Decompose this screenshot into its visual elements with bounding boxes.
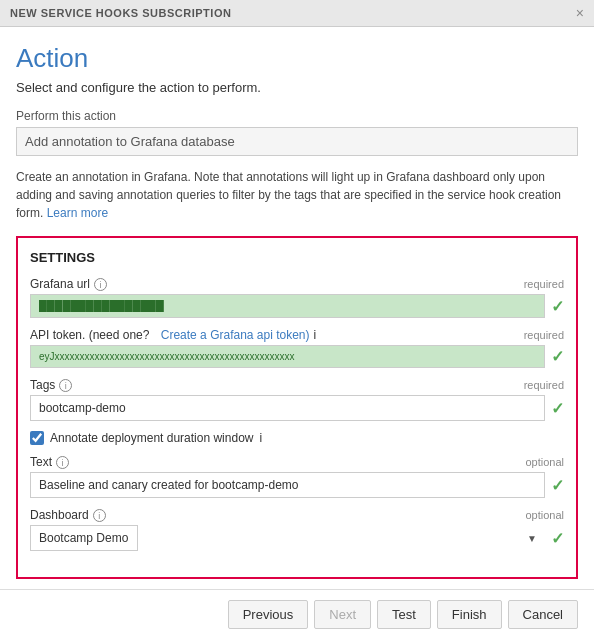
annotate-label: Annotate deployment duration window <box>50 431 253 445</box>
api-token-required: required <box>524 329 564 341</box>
dashboard-select-wrapper: Bootcamp Demo <box>30 525 545 551</box>
settings-title: SETTINGS <box>30 250 564 265</box>
grafana-url-label: Grafana url i <box>30 277 107 291</box>
grafana-url-info-icon[interactable]: i <box>94 278 107 291</box>
next-button[interactable]: Next <box>314 600 371 629</box>
annotate-checkbox[interactable] <box>30 431 44 445</box>
dialog: NEW SERVICE HOOKS SUBSCRIPTION × Action … <box>0 0 594 639</box>
text-info-icon[interactable]: i <box>56 456 69 469</box>
dashboard-check: ✓ <box>551 529 564 548</box>
annotate-info-icon[interactable]: i <box>259 431 262 445</box>
api-token-input[interactable] <box>30 345 545 368</box>
tags-label: Tags i <box>30 378 72 392</box>
tags-field: Tags i required ✓ <box>30 378 564 421</box>
text-field: Text i optional ✓ <box>30 455 564 498</box>
cancel-button[interactable]: Cancel <box>508 600 578 629</box>
page-title: Action <box>16 43 578 74</box>
description-text: Create an annotation in Grafana. Note th… <box>16 168 578 222</box>
api-token-field: API token. (need one? Create a Grafana a… <box>30 328 564 368</box>
text-optional: optional <box>525 456 564 468</box>
dashboard-select[interactable]: Bootcamp Demo <box>30 525 138 551</box>
text-input[interactable] <box>30 472 545 498</box>
tags-check: ✓ <box>551 399 564 418</box>
grafana-url-field: Grafana url i required ✓ <box>30 277 564 318</box>
text-check: ✓ <box>551 476 564 495</box>
grafana-url-input[interactable] <box>30 294 545 318</box>
create-api-token-link[interactable]: Create a Grafana api token) <box>161 328 310 342</box>
text-label: Text i <box>30 455 69 469</box>
test-button[interactable]: Test <box>377 600 431 629</box>
dashboard-label: Dashboard i <box>30 508 106 522</box>
grafana-url-required: required <box>524 278 564 290</box>
perform-label: Perform this action <box>16 109 578 123</box>
finish-button[interactable]: Finish <box>437 600 502 629</box>
grafana-url-check: ✓ <box>551 297 564 316</box>
dashboard-field: Dashboard i optional Bootcamp Demo ✓ <box>30 508 564 551</box>
annotate-checkbox-row: Annotate deployment duration window i <box>30 431 564 445</box>
tags-info-icon[interactable]: i <box>59 379 72 392</box>
close-button[interactable]: × <box>576 6 584 20</box>
api-token-label: API token. (need one? Create a Grafana a… <box>30 328 316 342</box>
title-bar-text: NEW SERVICE HOOKS SUBSCRIPTION <box>10 7 231 19</box>
tags-required: required <box>524 379 564 391</box>
settings-box: SETTINGS Grafana url i required ✓ <box>16 236 578 579</box>
title-bar: NEW SERVICE HOOKS SUBSCRIPTION × <box>0 0 594 27</box>
dashboard-optional: optional <box>525 509 564 521</box>
footer: Previous Next Test Finish Cancel <box>0 589 594 639</box>
learn-more-link[interactable]: Learn more <box>47 206 108 220</box>
previous-button[interactable]: Previous <box>228 600 309 629</box>
perform-input[interactable] <box>16 127 578 156</box>
api-token-info-icon[interactable]: i <box>314 328 317 342</box>
tags-input[interactable] <box>30 395 545 421</box>
api-token-check: ✓ <box>551 347 564 366</box>
dashboard-info-icon[interactable]: i <box>93 509 106 522</box>
content-area: Action Select and configure the action t… <box>0 27 594 589</box>
subtitle: Select and configure the action to perfo… <box>16 80 578 95</box>
